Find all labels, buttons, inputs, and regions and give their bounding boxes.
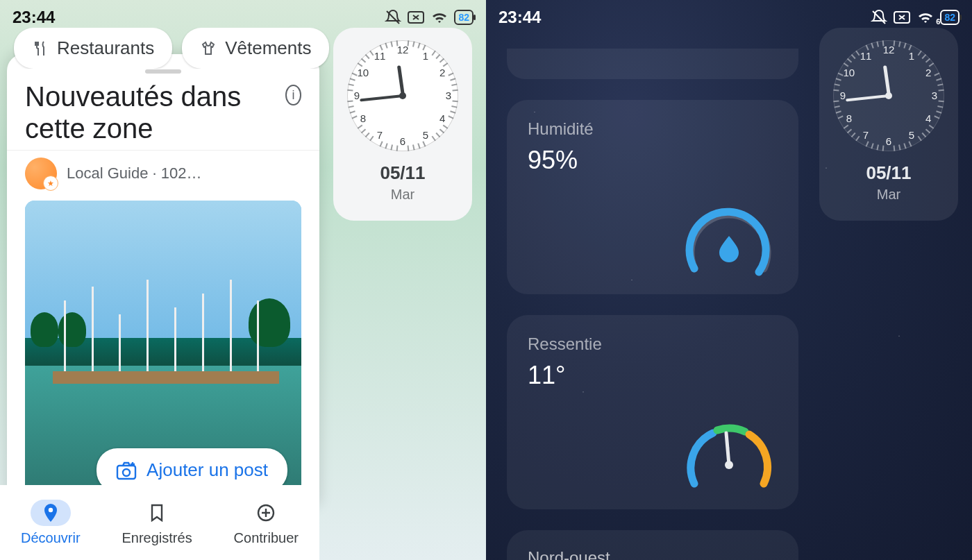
svg-point-7 [725, 461, 733, 469]
wifi-icon [430, 10, 449, 24]
clock-widget-left[interactable]: 123456789101112 05/11 Mar [333, 28, 472, 221]
bookmark-icon [150, 504, 164, 522]
humidity-value: 95% [528, 146, 778, 175]
card-stub [507, 49, 798, 79]
clock-widget-right[interactable]: 123456789101112 05/11 Mar [819, 28, 958, 221]
status-icons-left: 82 [385, 9, 474, 26]
nav-label: Découvrir [21, 530, 81, 546]
statusbar-right: 23:44 6 82 [486, 0, 972, 35]
author-text: Local Guide · 102… [67, 164, 201, 183]
sheet-title: Nouveautés dans cette zone [25, 80, 285, 144]
left-screenshot: 23:44 82 Restaurants Vêtements [0, 0, 486, 560]
wind-label: Nord-ouest [528, 548, 610, 560]
camera-plus-icon [116, 461, 137, 480]
status-icons-right: 6 82 [871, 9, 960, 26]
info-icon[interactable]: i [285, 85, 301, 105]
feels-label: Ressentie [528, 334, 778, 354]
card-x-icon [407, 10, 425, 24]
feels-like-card[interactable]: Ressentie 11° [507, 315, 798, 509]
humidity-label: Humidité [528, 119, 778, 139]
bottom-nav: Découvrir Enregistrés Contribuer [0, 485, 319, 560]
nav-decouvrir[interactable]: Découvrir [21, 500, 81, 546]
status-time: 23:44 [12, 8, 55, 27]
status-time: 23:44 [498, 8, 541, 27]
post-author[interactable]: Local Guide · 102… [7, 151, 319, 194]
feels-value: 11° [528, 361, 778, 390]
humidity-gauge [680, 203, 778, 279]
statusbar-left: 23:44 82 [0, 0, 486, 35]
clock-face: 123456789101112 [347, 40, 458, 151]
weather-cards: Humidité 95% Ressentie 11° [507, 49, 798, 560]
card-x-icon [893, 10, 911, 24]
mute-icon [385, 9, 401, 26]
post-photo[interactable]: Ajouter un post [25, 201, 301, 506]
discover-sheet[interactable]: Nouveautés dans cette zone i Local Guide… [7, 54, 319, 506]
clock-date: 05/11 [346, 162, 460, 184]
nav-label: Enregistrés [122, 530, 192, 546]
mute-icon [871, 9, 887, 26]
nav-label: Contribuer [234, 530, 299, 546]
humidity-card[interactable]: Humidité 95% [507, 100, 798, 294]
clock-date: 05/11 [832, 162, 946, 184]
pin-icon [43, 504, 58, 522]
svg-line-6 [726, 433, 729, 465]
chip-label: Restaurants [57, 37, 154, 59]
battery-indicator: 82 [940, 10, 960, 25]
clock-face: 123456789101112 [833, 40, 944, 151]
tshirt-icon [200, 40, 217, 57]
clock-day: Mar [832, 187, 946, 203]
add-post-label: Ajouter un post [146, 459, 268, 481]
right-screenshot: 23:44 6 82 Humidité 95% [486, 0, 972, 560]
wind-card[interactable]: Nord-ouest [507, 530, 798, 560]
svg-point-2 [123, 469, 130, 476]
nav-enregistres[interactable]: Enregistrés [122, 500, 192, 546]
battery-indicator: 82 [454, 10, 474, 25]
sheet-handle[interactable] [145, 69, 181, 74]
feels-gauge [680, 418, 778, 494]
chip-label: Vêtements [225, 37, 311, 59]
clock-day: Mar [346, 187, 460, 203]
wifi-icon: 6 [916, 10, 935, 24]
plus-circle-icon [257, 504, 275, 522]
avatar [25, 158, 57, 189]
svg-point-3 [49, 507, 53, 511]
fork-knife-icon [32, 40, 49, 57]
nav-contribuer[interactable]: Contribuer [234, 500, 299, 546]
